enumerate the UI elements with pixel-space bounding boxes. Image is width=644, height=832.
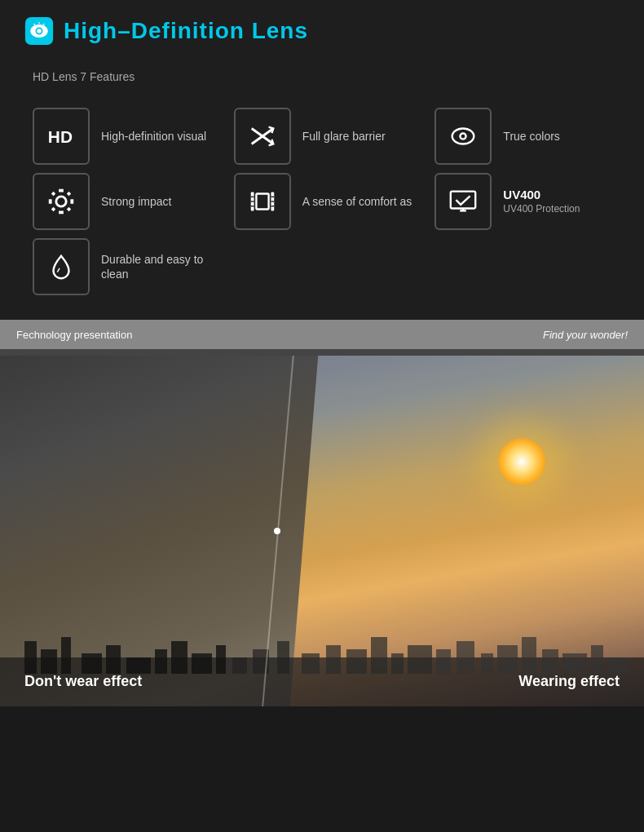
comfort-label: A sense of comfort as [302,194,412,209]
svg-rect-53 [497,645,518,674]
svg-rect-36 [126,657,151,674]
hd-icon-box: HD [33,108,90,165]
svg-rect-50 [436,649,451,674]
uv400-icon-box [434,173,492,230]
page-title: High–Definition Lens [64,18,308,44]
svg-rect-47 [371,637,387,674]
split-dot [274,528,280,534]
svg-rect-38 [171,641,187,674]
gear-icon-box [33,173,90,230]
top-section: High–Definition Lens HD Lens 7 Features … [0,0,644,320]
uv400-subtitle: UV400 Protection [503,203,580,216]
header: High–Definition Lens [24,16,620,46]
svg-text:HD: HD [48,127,73,146]
footer-left-text: Fechnology presentation [16,329,132,341]
svg-rect-54 [522,637,536,674]
svg-rect-52 [481,653,493,674]
svg-rect-19 [256,194,268,210]
svg-rect-41 [232,657,247,674]
feature-durable: Durable and easy to clean [33,238,218,295]
svg-rect-37 [155,649,167,674]
subtitle: HD Lens 7 Features [33,70,620,83]
feature-comfort: A sense of comfort as [234,173,419,230]
svg-rect-15 [51,207,55,211]
gear-icon [46,186,77,217]
svg-rect-13 [51,192,55,196]
monitor-icon [448,186,479,217]
svg-rect-55 [542,649,558,674]
svg-point-3 [37,29,41,33]
features-row-3: Durable and easy to clean [33,238,620,295]
hd-icon: HD [46,121,77,152]
feature-hd-visual: HD High-definition visual [33,108,218,165]
svg-rect-46 [346,649,367,674]
comfort-icon-box [234,173,291,230]
true-colors-icon-box [434,108,492,165]
svg-rect-26 [451,192,475,209]
uv400-text: UV400 UV400 Protection [503,187,580,215]
svg-rect-35 [106,645,121,674]
svg-rect-57 [591,645,603,674]
svg-rect-49 [408,645,432,674]
durable-label: Durable and easy to clean [101,252,218,281]
feature-uv400: UV400 UV400 Protection [434,173,620,230]
svg-line-29 [57,268,60,272]
svg-rect-31 [24,641,37,674]
footer-right-text: Find your wonder! [543,329,628,341]
svg-rect-40 [216,645,226,674]
drop-icon [46,251,77,282]
svg-rect-51 [457,641,474,674]
hd-lens-logo-icon [24,16,54,46]
feature-true-colors: True colors [434,108,620,165]
svg-rect-48 [391,653,404,674]
svg-rect-14 [67,192,71,196]
glare-icon-box [234,108,291,165]
svg-point-12 [461,135,465,139]
sun-glow [497,437,546,486]
svg-rect-32 [41,649,57,674]
hd-visual-label: High-definition visual [101,129,206,144]
true-colors-label: True colors [503,129,560,144]
glare-label: Full glare barrier [302,129,386,144]
drop-icon-box [33,238,90,295]
feature-strong-impact: Strong impact [33,173,218,230]
svg-rect-56 [562,653,587,674]
features-row-2: Strong impact [33,173,620,230]
svg-rect-16 [67,207,71,211]
wearing-label: Wearing effect [518,673,620,690]
svg-line-6 [43,24,44,25]
features-grid: HD High-definition visual Full glare [33,108,620,295]
svg-rect-33 [61,637,71,674]
svg-rect-45 [326,645,341,674]
footer-bar: Fechnology presentation Find your wonder… [0,320,644,349]
eye-icon [448,121,479,152]
features-row-1: HD High-definition visual Full glare [33,108,620,165]
svg-line-5 [34,24,35,25]
bottom-section: Don't wear effect Wearing effect [0,356,644,706]
strong-impact-label: Strong impact [101,194,171,209]
svg-rect-43 [277,641,289,674]
cityscape-svg [0,609,644,706]
glare-icon [247,121,278,152]
uv400-title: UV400 [503,187,580,203]
feature-glare: Full glare barrier [234,108,419,165]
svg-rect-34 [82,653,102,674]
svg-rect-58 [607,657,628,674]
svg-rect-44 [302,653,320,674]
dont-wear-label: Don't wear effect [24,673,142,690]
image-comparison: Don't wear effect Wearing effect [0,356,644,706]
divider [0,349,644,356]
svg-rect-39 [192,653,212,674]
comfort-icon [247,186,278,217]
